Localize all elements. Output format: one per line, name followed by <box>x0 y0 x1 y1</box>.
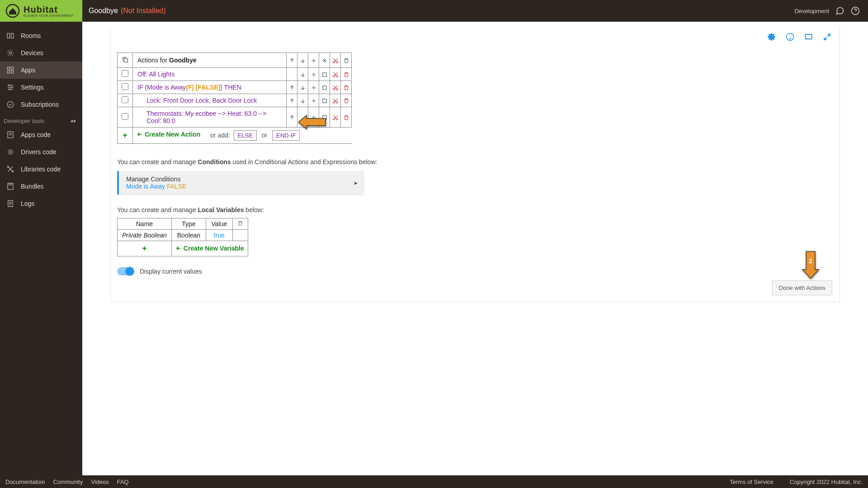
driverscode-icon <box>6 148 14 156</box>
footer-link-community[interactable]: Community <box>53 479 83 485</box>
sidebar-item-apps[interactable]: Apps <box>0 62 82 79</box>
add-action-button[interactable]: + <box>118 128 133 144</box>
footer-link-videos[interactable]: Videos <box>91 479 109 485</box>
row-cut-icon[interactable] <box>330 107 341 128</box>
display-values-toggle[interactable] <box>117 267 133 275</box>
row-stop-icon[interactable] <box>319 68 330 81</box>
svg-rect-36 <box>322 73 326 76</box>
sidebar-dev-section: Developer tools <box>0 113 82 126</box>
row-cut-icon[interactable] <box>330 81 341 94</box>
endif-button[interactable]: END-IF <box>272 130 300 141</box>
header-cancel-icon[interactable] <box>319 53 330 68</box>
action-text[interactable]: Thermostats: My ecobee --> Heat: 63.0 --… <box>133 107 287 128</box>
create-new-action-link[interactable]: Create New Action <box>137 131 200 138</box>
row-up-icon[interactable] <box>287 94 297 107</box>
sidebar-item-librariescode[interactable]: Libraries code <box>0 161 82 178</box>
svg-point-15 <box>9 89 10 90</box>
create-new-variable-link[interactable]: Create New Variable <box>175 245 244 252</box>
row-down-icon[interactable] <box>297 68 308 81</box>
svg-point-13 <box>9 85 10 86</box>
row-add-icon[interactable] <box>308 68 319 81</box>
svg-rect-3 <box>7 33 9 38</box>
expand-icon[interactable] <box>823 33 831 41</box>
row-cut-icon[interactable] <box>330 68 341 81</box>
header-up-icon[interactable] <box>287 53 297 68</box>
row-up-icon[interactable] <box>287 81 297 94</box>
row-delete-icon[interactable] <box>341 81 352 94</box>
appscode-icon <box>6 131 14 139</box>
row-checkbox[interactable] <box>122 113 128 120</box>
header-add-icon[interactable] <box>308 53 319 68</box>
row-down-icon[interactable] <box>297 94 308 107</box>
localvars-intro: You can create and manage Local Variable… <box>117 206 833 213</box>
footer-link-documentation[interactable]: Documentation <box>5 479 45 485</box>
svg-point-41 <box>336 89 338 90</box>
actions-header-row: Actions for Goodbye <box>118 53 352 68</box>
collapse-icon[interactable] <box>71 118 76 124</box>
svg-point-20 <box>10 152 11 153</box>
action-row: Lock: Front Door Lock, Back Door Lock <box>118 94 352 107</box>
gear-icon[interactable] <box>767 33 776 41</box>
sidebar-item-settings[interactable]: Settings <box>0 79 82 96</box>
row-delete-icon[interactable] <box>341 68 352 81</box>
local-vars-table: Name Type Value Private Boolean Boolean … <box>117 218 248 256</box>
conditions-intro: You can create and manage Conditions use… <box>117 158 833 166</box>
sidebar-item-driverscode[interactable]: Drivers code <box>0 143 82 161</box>
else-button[interactable]: ELSE <box>234 130 257 141</box>
librariescode-icon <box>6 165 14 173</box>
var-value-cell[interactable]: true <box>206 230 233 241</box>
apps-icon <box>6 66 14 74</box>
action-text[interactable]: Off: All Lights <box>133 68 287 81</box>
footer-terms[interactable]: Terms of Service <box>730 479 774 485</box>
row-up-icon[interactable] <box>287 107 297 128</box>
help-circle-icon[interactable] <box>786 33 794 41</box>
row-add-icon[interactable] <box>308 94 319 107</box>
topbar: Hubitat ELEVATE YOUR ENVIRONMENT Goodbye… <box>0 0 868 22</box>
svg-rect-39 <box>322 86 326 90</box>
svg-point-34 <box>333 62 335 63</box>
done-with-actions-button[interactable]: Done with Actions <box>772 280 832 295</box>
sidebar-item-subscriptions[interactable]: Subscriptions <box>0 96 82 113</box>
action-text[interactable]: Lock: Front Door Lock, Back Door Lock <box>133 94 287 107</box>
sidebar-item-appscode[interactable]: Apps code <box>0 126 82 143</box>
sidebar-item-devices[interactable]: Devices <box>0 44 82 62</box>
action-row: Off: All Lights <box>118 68 352 81</box>
row-add-icon[interactable] <box>308 81 319 94</box>
svg-point-5 <box>9 52 12 54</box>
manage-conditions-box[interactable]: Manage Conditions Mode is Away FALSE ▸ <box>117 171 364 194</box>
svg-point-47 <box>336 118 338 120</box>
svg-rect-9 <box>11 71 14 73</box>
row-checkbox[interactable] <box>122 70 128 77</box>
svg-rect-32 <box>805 34 811 39</box>
row-delete-icon[interactable] <box>341 107 352 128</box>
header-down-icon[interactable] <box>297 53 308 68</box>
copy-all-icon[interactable] <box>118 53 133 68</box>
logs-icon <box>6 199 14 208</box>
svg-rect-4 <box>11 33 14 38</box>
add-var-button[interactable]: + <box>118 241 172 256</box>
row-down-icon[interactable] <box>297 81 308 94</box>
row-checkbox[interactable] <box>122 96 128 103</box>
logo[interactable]: Hubitat ELEVATE YOUR ENVIRONMENT <box>0 0 82 22</box>
row-stop-icon[interactable] <box>319 81 330 94</box>
help-icon[interactable] <box>851 6 860 15</box>
sidebar-item-bundles[interactable]: Bundles <box>0 178 82 195</box>
row-delete-icon[interactable] <box>341 94 352 107</box>
header-cut-icon[interactable] <box>330 53 341 68</box>
footer-copyright: Copyright 2022 Hubitat, Inc. <box>790 479 863 485</box>
row-cut-icon[interactable] <box>330 94 341 107</box>
sidebar-item-logs[interactable]: Logs <box>0 195 82 212</box>
monitor-icon[interactable] <box>804 33 813 41</box>
sidebar-item-rooms[interactable]: Rooms <box>0 27 82 44</box>
vars-delete-header-icon[interactable] <box>232 218 248 230</box>
header-delete-icon[interactable] <box>341 53 352 68</box>
card: Actions for Goodbye Off: All Lights <box>110 27 840 302</box>
row-checkbox[interactable] <box>122 83 128 90</box>
svg-rect-7 <box>11 67 14 69</box>
action-text[interactable]: IF (Mode is Away(F) [FALSE]) THEN <box>133 81 287 94</box>
feedback-icon[interactable] <box>835 6 844 15</box>
callout-arrow-2: 2 <box>801 251 821 280</box>
row-stop-icon[interactable] <box>319 94 330 107</box>
rooms-icon <box>6 32 14 40</box>
footer-link-faq[interactable]: FAQ <box>117 479 129 485</box>
